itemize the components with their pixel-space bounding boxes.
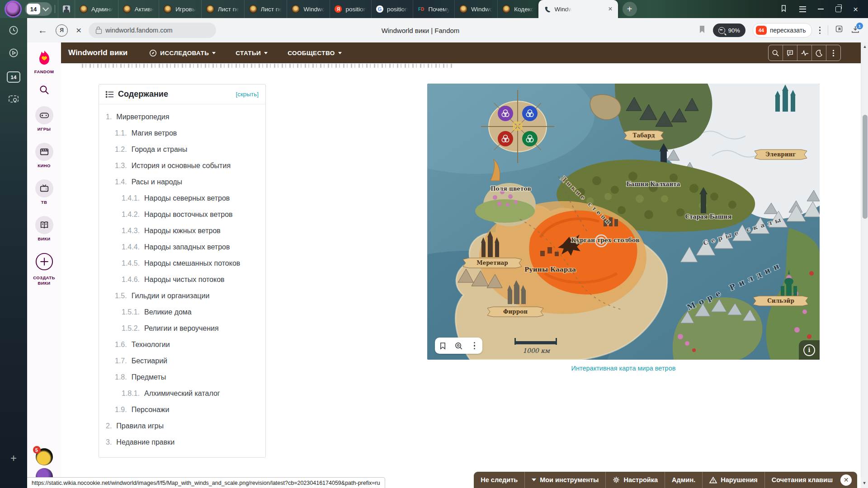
profile-avatar[interactable] [6, 2, 20, 16]
retell-button[interactable]: 44 пересказать [753, 23, 812, 38]
activity-icon[interactable] [797, 45, 811, 61]
tab-windworld-2[interactable]: Windwo [454, 0, 497, 18]
toc-item[interactable]: 1.8.1.Алхимический каталог [99, 385, 265, 402]
collections-icon[interactable] [835, 25, 844, 35]
discussions-icon[interactable] [783, 45, 797, 61]
toc-item[interactable]: 1.2.Города и страны [99, 141, 265, 158]
tab-list-1[interactable]: Лист пе [201, 0, 244, 18]
violations-button[interactable]: Нарушения [702, 472, 764, 488]
close-window-button[interactable]: × [853, 5, 858, 14]
rail-item-tv[interactable]: ТВ [27, 179, 61, 205]
map-info-button[interactable]: i [799, 340, 820, 360]
bookmark-page-icon[interactable] [698, 25, 706, 35]
close-tab-icon[interactable]: × [608, 5, 612, 13]
tab-yandex-search[interactable]: Яposition [330, 0, 371, 18]
admin-button[interactable]: Админ. [665, 472, 702, 488]
page-scrollbar[interactable]: ▲ [861, 42, 868, 488]
rail-item-movies[interactable]: КИНО [27, 143, 61, 169]
nav-community[interactable]: СООБЩЕСТВО [288, 50, 341, 56]
rail-item-wikis[interactable]: ВИКИ [27, 216, 61, 242]
nav-explore[interactable]: ИССЛЕДОВАТЬ [149, 49, 216, 57]
toc-item[interactable]: 1.Мирветропедия [99, 109, 265, 125]
rail-item-games[interactable]: ИГРЫ [27, 106, 61, 132]
restore-button[interactable] [835, 6, 841, 12]
wiki-brand[interactable]: Windworld вики [68, 48, 127, 57]
toc-item[interactable]: 1.5.Гильдии и организации [99, 288, 265, 304]
search-icon[interactable] [769, 45, 783, 61]
settings-button[interactable]: Настройка [605, 472, 665, 488]
toc-item[interactable]: 1.8.Предметы [99, 369, 265, 385]
address-bar[interactable]: windworld.fandom.com [89, 23, 216, 38]
screenshot-icon[interactable] [0, 94, 27, 104]
image-search-icon[interactable] [451, 338, 467, 354]
more-options-icon[interactable] [467, 338, 482, 354]
gear-favicon [502, 5, 510, 13]
toc-hide-link[interactable]: [скрыть] [236, 91, 259, 98]
toc-item[interactable]: 1.4.5.Народы смешанных потоков [99, 255, 265, 272]
tab-active-users[interactable]: Активн [118, 0, 159, 18]
toc-item[interactable]: 1.3.История и основные события [99, 158, 265, 174]
gear-favicon [249, 5, 257, 13]
toc-item[interactable]: 1.9.Персонажи [99, 402, 265, 418]
more-icon[interactable] [826, 45, 840, 61]
map-caption-link[interactable]: Интерактивная карта мира ветров [427, 365, 820, 372]
nav-articles[interactable]: СТАТЬИ [236, 50, 268, 56]
photo-favicon [63, 5, 70, 13]
tabs-panel-icon[interactable]: 14 [0, 71, 27, 83]
tab-current-windworld[interactable]: Windw × [538, 0, 618, 18]
toc-item[interactable]: 1.5.2.Религии и вероучения [99, 320, 265, 337]
tab-windworld-1[interactable]: Windwo [287, 0, 330, 18]
tab-google-search[interactable]: Gposition [371, 0, 413, 18]
keyboard-shortcuts-button[interactable]: Сочетания клавиш [764, 472, 840, 488]
add-panel-icon[interactable]: + [0, 452, 27, 465]
bookmarks-panel-icon[interactable] [780, 5, 788, 14]
tab-admin[interactable]: Админи [75, 0, 118, 18]
dark-mode-icon[interactable] [811, 45, 826, 61]
fandom-logo[interactable]: FANDOM [27, 50, 61, 75]
toc-item[interactable]: 1.4.Расы и народы [99, 174, 265, 190]
toc-item[interactable]: 1.4.3.Народы южных ветров [99, 223, 265, 239]
stop-loading-button[interactable]: × [76, 25, 81, 36]
bookmark-icon[interactable] [435, 338, 451, 354]
dont-follow-button[interactable]: Не следить [474, 472, 524, 488]
back-button[interactable]: ← [38, 25, 47, 36]
yandex-favicon: Я [335, 5, 342, 13]
toc-item[interactable]: 1.4.1.Народы северных ветров [99, 190, 265, 206]
toolbar-more-icon[interactable] [819, 27, 821, 34]
toc-item[interactable]: 3.Недавние правки [99, 434, 265, 450]
toc-item[interactable]: 1.4.4.Народы западных ветров [99, 239, 265, 255]
map-label-silair: Сильэйр [767, 298, 794, 304]
rail-search-icon[interactable] [27, 84, 61, 95]
toc-list: 1.Мирветропедия 1.1.Магия ветров 1.2.Гор… [99, 109, 265, 450]
tab-why[interactable]: FDПочему [413, 0, 455, 18]
toc-item[interactable]: 1.5.1.Великие дома [99, 304, 265, 320]
toc-item[interactable]: 1.4.6.Народы чистых потоков [99, 272, 265, 288]
downloads-button[interactable]: 1 [851, 25, 860, 36]
toc-item[interactable]: 1.7.Бестиарий [99, 353, 265, 369]
toc-item[interactable]: 2.Правила игры [99, 418, 265, 434]
toc-item[interactable]: 1.1.Магия ветров [99, 125, 265, 141]
video-icon[interactable] [0, 48, 27, 58]
notifications-avatar[interactable]: 5 [36, 448, 53, 465]
minimize-button[interactable] [818, 9, 824, 9]
rail-item-create-wiki[interactable]: СОЗДАТЬ ВИКИ [27, 252, 61, 286]
tab-codex[interactable]: Кодекс [497, 0, 538, 18]
close-toolbar-button[interactable]: ✕ [840, 474, 852, 486]
menu-icon[interactable] [799, 6, 806, 12]
scroll-up-arrow[interactable]: ▲ [861, 42, 868, 51]
tab-game[interactable]: Игровы [159, 0, 201, 18]
new-tab-button[interactable]: + [623, 2, 637, 16]
warning-icon [709, 477, 717, 483]
toc-item[interactable]: 1.4.2.Народы восточных ветров [99, 206, 265, 223]
scrollbar-thumb[interactable] [863, 115, 868, 219]
zoom-indicator[interactable]: 90% [713, 23, 745, 37]
toc-item[interactable]: 1.6.Технологии [99, 337, 265, 353]
world-map-figure[interactable]: Табард Элевринг Меретиар Фиррон Сильэйр … [427, 84, 820, 360]
tab-photo[interactable] [58, 0, 75, 18]
scroll-down-arrow[interactable]: ▼ [861, 478, 868, 488]
my-tools-button[interactable]: Мои инструменты [524, 472, 605, 488]
history-icon[interactable] [0, 25, 27, 35]
tab-list-2[interactable]: Лист пе [244, 0, 287, 18]
yandex-services-icon[interactable]: Я [56, 24, 68, 37]
tab-counter[interactable]: 14 [25, 2, 52, 16]
